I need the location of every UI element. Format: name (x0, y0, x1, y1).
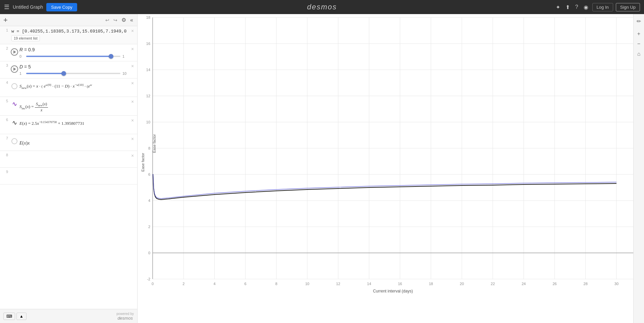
expression-9[interactable]: 9 (0, 168, 137, 184)
close-icon-8[interactable]: × (129, 151, 137, 158)
desmos-logo: desmos (307, 3, 337, 11)
array-expression-text[interactable]: w = [0.40255,1.18385,3.173,15.69105,7.19… (11, 29, 127, 34)
add-expression-button[interactable]: + (3, 16, 8, 24)
home-button[interactable]: ⌂ (635, 50, 643, 58)
svg-text:8: 8 (275, 282, 277, 286)
formula-7-text[interactable]: E(x)x (19, 137, 127, 147)
play-button-2[interactable] (11, 48, 18, 56)
svg-text:24: 24 (522, 282, 526, 286)
keyboard-toggle-button[interactable]: ⌨ (3, 313, 15, 320)
svg-text:16: 16 (146, 42, 150, 46)
expr-number-1: 1 (0, 26, 9, 32)
expr-number-9: 9 (0, 168, 9, 174)
expr-number-3: 3 (0, 61, 9, 67)
expr-number-2: 2 (0, 44, 9, 50)
graph-svg[interactable]: -2 0 2 4 6 8 10 12 14 16 18 0 2 4 6 8 10… (138, 14, 633, 323)
zoom-in-button[interactable]: + (635, 30, 643, 38)
play-button-3[interactable] (11, 65, 18, 73)
svg-text:28: 28 (584, 282, 588, 286)
slider-r-track[interactable] (26, 56, 120, 57)
star-icon[interactable]: ✦ (554, 3, 561, 12)
pencil-icon-button[interactable]: ✏ (635, 17, 643, 25)
signup-button[interactable]: Sign Up (616, 3, 640, 11)
menu-icon[interactable]: ☰ (4, 3, 9, 11)
svg-text:8: 8 (148, 146, 150, 150)
help-icon[interactable]: ? (574, 3, 580, 11)
expr-number-5: 5 (0, 97, 9, 103)
redo-button[interactable]: ↪ (113, 17, 118, 23)
slider-d-max: 10 (122, 71, 127, 75)
circle-icon-4 (11, 83, 17, 89)
powered-by-text: powered by (116, 312, 134, 316)
svg-text:16: 16 (398, 282, 402, 286)
graph-area[interactable]: Ease factor (138, 14, 633, 323)
svg-text:18: 18 (429, 282, 433, 286)
settings-button[interactable]: ⚙ (121, 16, 127, 24)
close-icon-4[interactable]: × (129, 78, 137, 86)
user-icon[interactable]: ◉ (582, 3, 590, 12)
svg-text:6: 6 (245, 282, 247, 286)
svg-text:Current interval (days): Current interval (days) (373, 289, 413, 293)
svg-text:0: 0 (148, 251, 150, 255)
share-icon[interactable]: ⬆ (564, 3, 571, 12)
formula-4-text[interactable]: Snew(x) = x · ( ew[9] · (11 − D) · x−w[1… (19, 81, 127, 90)
expand-button[interactable]: ▲ (16, 313, 26, 320)
circle-icon-7 (11, 138, 17, 144)
expression-7: 7 E(x)x × (0, 134, 137, 151)
slider-d-track[interactable] (26, 73, 120, 74)
wave-purple-icon: ∿ (12, 100, 17, 108)
formula-5-text[interactable]: Sinc(x) = Snew(x) x (19, 100, 127, 113)
close-icon-6[interactable]: × (129, 116, 137, 123)
right-sidebar: ✏ + − ⌂ (633, 14, 644, 323)
expression-2: 2 R = 0.9 0 1 (0, 44, 137, 61)
expression-1: 1 w = [0.40255,1.18385,3.173,15.69105,7.… (0, 26, 137, 44)
close-icon-1[interactable]: × (129, 26, 137, 34)
wave-black-icon: ∿ (12, 119, 17, 126)
svg-text:14: 14 (146, 68, 150, 72)
undo-button[interactable]: ↩ (105, 17, 110, 23)
keyboard-icon: ⌨ (6, 314, 12, 319)
formula-6-text[interactable]: E(x) = 2.5x−0.154370758 + 1.395807731 (19, 118, 127, 127)
expression-3: 3 D = 5 1 10 (0, 61, 137, 78)
slider-r-label: R = 0.9 (19, 47, 127, 52)
svg-text:10: 10 (146, 120, 150, 124)
svg-text:26: 26 (552, 282, 556, 286)
svg-text:12: 12 (146, 94, 150, 98)
expr-number-7: 7 (0, 134, 9, 140)
svg-text:10: 10 (305, 282, 309, 286)
svg-text:2: 2 (182, 282, 184, 286)
expression-6: 6 ∿ E(x) = 2.5x−0.154370758 + 1.39580773… (0, 116, 137, 134)
zoom-out-button[interactable]: − (635, 40, 643, 48)
expr-number-6: 6 (0, 116, 9, 122)
element-count-badge[interactable]: 19 element list (11, 35, 40, 41)
slider-r-max: 1 (122, 54, 127, 58)
svg-text:4: 4 (148, 199, 150, 203)
expression-4: 4 Snew(x) = x · ( ew[9] · (11 − D) · x−w… (0, 78, 137, 97)
svg-text:6: 6 (148, 172, 150, 176)
login-button[interactable]: Log In (592, 3, 613, 11)
close-icon-5[interactable]: × (129, 97, 137, 104)
graph-title: Untitled Graph (13, 4, 43, 10)
slider-d-label: D = 5 (19, 64, 127, 69)
svg-text:-2: -2 (147, 277, 150, 281)
ease-factor-label: Ease factor (152, 134, 156, 153)
svg-text:30: 30 (614, 282, 619, 286)
close-icon-7[interactable]: × (129, 134, 137, 142)
close-icon-2[interactable]: × (129, 44, 137, 52)
slider-d-min: 1 (19, 71, 24, 75)
svg-text:20: 20 (460, 282, 464, 286)
svg-text:14: 14 (367, 282, 371, 286)
slider-r-min: 0 (19, 54, 24, 58)
svg-text:0: 0 (152, 282, 154, 286)
expr-number-4: 4 (0, 78, 9, 85)
svg-text:22: 22 (491, 282, 495, 286)
expression-8[interactable]: 8 × (0, 151, 137, 168)
svg-text:12: 12 (336, 282, 340, 286)
svg-text:18: 18 (146, 15, 150, 19)
svg-text:2: 2 (148, 225, 150, 229)
close-icon-3[interactable]: × (129, 61, 137, 69)
save-copy-button[interactable]: Save Copy (46, 3, 77, 11)
svg-text:4: 4 (213, 282, 215, 286)
collapse-button[interactable]: « (129, 16, 134, 24)
y-axis-label: Ease factor (141, 153, 145, 172)
